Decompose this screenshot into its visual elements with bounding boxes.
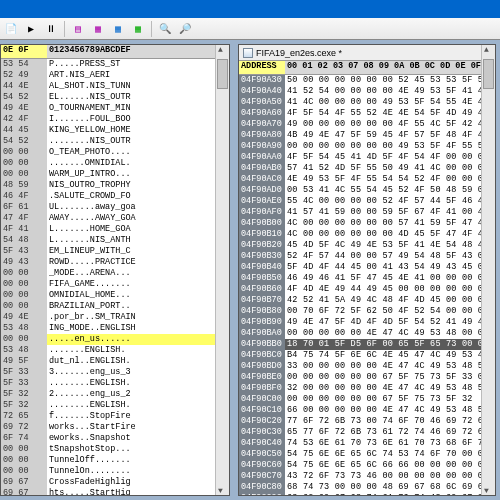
hex-cell[interactable]: 54 75 6E 6E 65 6C 74 53 74 6F 70 00 00 0… — [285, 449, 495, 460]
hex-row[interactable]: 04F90C6054 75 6E 6E 65 6C 66 66 00 00 00… — [239, 460, 495, 471]
hex-cell[interactable]: 52 4F 57 44 00 00 57 49 54 48 5F 43 00 — [285, 251, 495, 262]
hex-row[interactable]: 04F90C0000 00 00 00 00 00 67 5F 75 73 5F… — [239, 394, 495, 405]
toolbar-view3-icon[interactable]: ▦ — [109, 20, 127, 38]
hex-row[interactable]: 04F90BC0B4 75 74 5F 6E 6C 4E 45 47 4C 49… — [239, 350, 495, 361]
hex-row[interactable]: 04F90BB018 70 01 5F D5 6F 00 65 5F 65 73… — [239, 339, 495, 350]
hex-row[interactable]: 5F 43EM_LINEUP_WITH_C — [1, 246, 229, 257]
hex-row[interactable]: 4F 41L.......HOME_GOA — [1, 224, 229, 235]
hex-row[interactable]: 04F90C8068 74 73 00 00 00 48 69 67 68 6C… — [239, 482, 495, 493]
right-scrollbar[interactable] — [481, 45, 495, 495]
hex-row[interactable]: 04F90AB057 41 52 4D 5F 55 50 49 41 4C 00… — [239, 163, 495, 174]
hex-row[interactable]: 04F90C2077 6F 72 6B 73 00 74 6F 70 46 69… — [239, 416, 495, 427]
hex-cell[interactable]: 00 53 41 4C 55 54 45 52 4F 50 48 59 00 0… — [285, 185, 495, 196]
hex-row[interactable]: 44 45KING_YELLOW_HOME — [1, 125, 229, 136]
ascii-cell[interactable]: ROWD.....PRACTICE — [47, 257, 229, 268]
hex-row[interactable]: 54 48L.......NIS_ANTH — [1, 235, 229, 246]
hex-row[interactable]: 47 4FAWAY.....AWAY_GOA — [1, 213, 229, 224]
right-scroll-thumb[interactable] — [483, 59, 494, 89]
hex-cell[interactable]: 00 00 00 00 00 00 00 49 53 5F 4F 55 54 5… — [285, 141, 495, 152]
hex-row[interactable]: 04F90BA000 00 00 00 00 4E 47 4C 49 53 48… — [239, 328, 495, 339]
toolbar-findnext-icon[interactable]: 🔎 — [176, 20, 194, 38]
hex-row[interactable]: 69 67hts.....StartHig — [1, 488, 229, 495]
hex-row[interactable]: 04F90B604F 4D 4E 49 44 49 45 00 00 00 00… — [239, 284, 495, 295]
ascii-cell[interactable]: _MODE...ARENA... — [47, 268, 229, 279]
ascii-cell[interactable]: .....en_us...... — [47, 334, 229, 345]
ascii-cell[interactable]: ING_MODE..ENGLISH — [47, 323, 229, 334]
hex-row[interactable]: 04F90B2045 4D 5F 4C 49 4E 53 5F 41 4E 54… — [239, 240, 495, 251]
hex-row[interactable]: 04F90BD033 00 00 00 00 00 4E 47 4C 49 53… — [239, 361, 495, 372]
hex-cell[interactable]: 4F 5F 54 45 41 4D 5F 4F 54 4F 00 00 00 0… — [285, 152, 495, 163]
ascii-cell[interactable]: hts.....StartHig — [47, 488, 229, 495]
ascii-cell[interactable]: I.......FOUL_BOO — [47, 114, 229, 125]
ascii-cell[interactable]: ........ENGLISH. — [47, 378, 229, 389]
hex-row[interactable]: 04F90B5046 49 46 41 5F 47 45 4E 41 00 00… — [239, 273, 495, 284]
hex-row[interactable]: 00 00O_TEAM_PHOTO.... — [1, 147, 229, 158]
hex-row[interactable]: 04F90B004C 00 00 00 00 00 00 57 41 59 5F… — [239, 218, 495, 229]
hex-row[interactable]: 04F90BF032 00 00 00 00 00 4E 47 4C 49 53… — [239, 383, 495, 394]
hex-row[interactable]: 00 00TunnelOff....... — [1, 455, 229, 466]
toolbar-stop-icon[interactable]: ⏸ — [42, 20, 60, 38]
hex-row[interactable]: 04F90AC04E 49 53 5F 4F 55 54 54 52 4F 00… — [239, 174, 495, 185]
hex-row[interactable]: 04F90AD000 53 41 4C 55 54 45 52 4F 50 48… — [239, 185, 495, 196]
hex-row[interactable]: 00 00tSnapshotStop... — [1, 444, 229, 455]
hex-cell[interactable]: 43 72 6F 73 73 46 00 00 00 00 00 00 00 0… — [285, 471, 495, 482]
ascii-cell[interactable]: L.......HOME_GOA — [47, 224, 229, 235]
hex-cell[interactable]: 00 00 00 00 00 00 67 5F 75 73 5F 33 00 — [285, 372, 495, 383]
hex-cell[interactable]: 00 70 6F 72 5F 62 50 4F 52 54 00 00 00 0… — [285, 306, 495, 317]
ascii-cell[interactable]: eworks..Snapshot — [47, 433, 229, 444]
ascii-cell[interactable]: L.......NIS_ANTH — [47, 235, 229, 246]
hex-cell[interactable]: 68 6C 69 67 68 74 61 72 74 48 69 67 00 0… — [285, 493, 495, 495]
right-tab[interactable]: FIFA19_en2es.cexe * — [239, 45, 495, 61]
toolbar-new-icon[interactable]: 📄 — [2, 20, 20, 38]
hex-row[interactable]: 04F90C7043 72 6F 73 73 46 00 00 00 00 00… — [239, 471, 495, 482]
hex-row[interactable]: 04F90A3050 00 00 00 00 00 00 52 45 53 53… — [239, 75, 495, 86]
hex-cell[interactable]: 32 00 00 00 00 00 4E 47 4C 49 53 48 5F 3… — [285, 383, 495, 394]
hex-row[interactable]: 04F90B405F 4D 4F 44 45 00 41 43 54 49 43… — [239, 262, 495, 273]
hex-row[interactable]: 04F90AE055 4C 00 00 00 00 52 4F 57 44 5F… — [239, 196, 495, 207]
hex-cell[interactable]: 42 52 41 5A 49 4C 48 4F 4D 45 00 00 00 0… — [285, 295, 495, 306]
hex-cell[interactable]: 5F 4D 4F 44 45 00 41 43 54 49 43 45 00 0… — [285, 262, 495, 273]
hex-row[interactable]: 69 72works...StartFire — [1, 422, 229, 433]
hex-cell[interactable]: 4F 4D 4E 49 44 49 45 00 00 00 00 00 00 0… — [285, 284, 495, 295]
hex-row[interactable]: 5F 322.......eng_us_2 — [1, 389, 229, 400]
hex-row[interactable]: 00 00FIFA_GAME....... — [1, 279, 229, 290]
hex-row[interactable]: 00 00.......OMNIDIAL. — [1, 158, 229, 169]
hex-cell[interactable]: 74 53 6E 61 70 73 6E 61 70 73 68 6F 74 — [285, 438, 495, 449]
ascii-cell[interactable]: works...StartFire — [47, 422, 229, 433]
hex-cell[interactable]: 50 00 00 00 00 00 00 52 45 53 53 5F 53 5… — [285, 75, 495, 86]
ascii-cell[interactable]: 2.......eng_us_2 — [47, 389, 229, 400]
ascii-cell[interactable]: .por_br..SM_TRAIN — [47, 312, 229, 323]
ascii-cell[interactable]: ........ENGLISH. — [47, 400, 229, 411]
hex-row[interactable]: 5F 33........ENGLISH. — [1, 378, 229, 389]
hex-row[interactable]: 04F90C3065 77 6F 72 6B 73 61 72 74 46 69… — [239, 427, 495, 438]
hex-row[interactable]: 49 4EO_TOURNAMENT_MIN — [1, 103, 229, 114]
hex-row[interactable]: 53 54P.....PRESS_ST — [1, 59, 229, 70]
ascii-cell[interactable]: P.....PRESS_ST — [47, 59, 229, 70]
hex-cell[interactable]: B4 75 74 5F 6E 6C 4E 45 47 4C 49 53 48 5… — [285, 350, 495, 361]
ascii-cell[interactable]: .......OMNIDIAL. — [47, 158, 229, 169]
left-scroll-thumb[interactable] — [217, 59, 228, 89]
hex-row[interactable]: 04F90C9068 6C 69 67 68 74 61 72 74 48 69… — [239, 493, 495, 495]
hex-cell[interactable]: 49 00 00 00 00 00 00 4F 55 4C 5F 42 4F 4… — [285, 119, 495, 130]
hex-cell[interactable]: 57 41 52 4D 5F 55 50 49 41 4C 00 00 00 0… — [285, 163, 495, 174]
hex-cell[interactable]: 46 49 46 41 5F 47 45 4E 41 00 00 00 00 0… — [285, 273, 495, 284]
right-hex-body[interactable]: 04F90A3050 00 00 00 00 00 00 52 45 53 53… — [239, 75, 495, 495]
hex-row[interactable]: 69 67CrossFadeHighlig — [1, 477, 229, 488]
hex-row[interactable]: 5F 333.......eng_us_3 — [1, 367, 229, 378]
hex-cell[interactable]: 65 77 6F 72 6B 73 61 72 74 46 69 72 65 7… — [285, 427, 495, 438]
hex-row[interactable]: 49 5Fdut_nl..ENGLISH. — [1, 356, 229, 367]
hex-row[interactable]: 42 4FI.......FOUL_BOO — [1, 114, 229, 125]
hex-row[interactable]: 00 00.....en_us...... — [1, 334, 229, 345]
ascii-cell[interactable]: ART.NIS_AERI — [47, 70, 229, 81]
ascii-cell[interactable]: WARM_UP_INTRO... — [47, 169, 229, 180]
toolbar-view4-icon[interactable]: ▦ — [129, 20, 147, 38]
ascii-cell[interactable]: .......ENGLISH. — [47, 345, 229, 356]
hex-cell[interactable]: 66 00 00 00 00 00 4E 47 4C 49 53 48 5F 0… — [285, 405, 495, 416]
hex-row[interactable]: 04F90A7049 00 00 00 00 00 00 4F 55 4C 5F… — [239, 119, 495, 130]
ascii-cell[interactable]: NIS_OUTRO_TROPHY — [47, 180, 229, 191]
hex-row[interactable]: 00 00_MODE...ARENA... — [1, 268, 229, 279]
hex-row[interactable]: 04F90C5054 75 6E 6E 65 6C 74 53 74 6F 70… — [239, 449, 495, 460]
ascii-cell[interactable]: .SALUTE_CROWD_FO — [47, 191, 229, 202]
hex-row[interactable]: 04F90B104C 00 00 00 00 00 00 4D 45 5F 47… — [239, 229, 495, 240]
hex-row[interactable]: 48 59NIS_OUTRO_TROPHY — [1, 180, 229, 191]
